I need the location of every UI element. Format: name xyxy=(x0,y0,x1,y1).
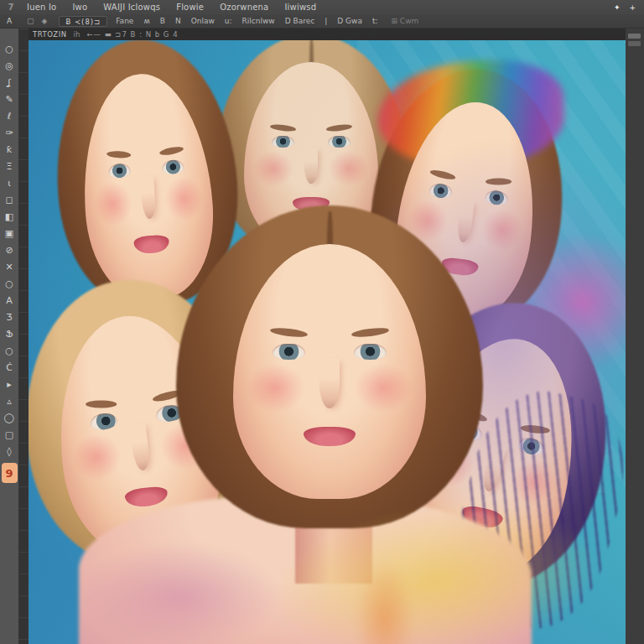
triangle-tool[interactable]: ▵ xyxy=(1,392,18,409)
toolbar-edge-strip xyxy=(18,29,29,644)
options-control-2[interactable]: B xyxy=(160,17,165,25)
curve-pen-tool[interactable]: ℓ xyxy=(1,107,18,124)
options-control-9[interactable]: D Gwa xyxy=(337,17,362,25)
crop-tool[interactable]: ◻ xyxy=(1,191,18,208)
marquee-tool[interactable]: ○ xyxy=(1,40,18,57)
options-control-8[interactable]: | xyxy=(325,17,327,25)
active-tool-icon: A xyxy=(0,17,18,25)
menu-item-4[interactable]: Ozorwnena xyxy=(220,3,268,12)
options-control-5[interactable]: u: xyxy=(225,17,232,25)
marquee-alt-tool[interactable]: ◎ xyxy=(1,57,18,74)
type-tool[interactable]: A xyxy=(1,292,18,309)
canvas[interactable] xyxy=(29,40,626,644)
hook-tool[interactable]: ƙ xyxy=(1,141,18,158)
tool-preset-dropdown[interactable]: Ƀ ≺(8)⊐ xyxy=(59,16,107,27)
options-control-10[interactable]: t: xyxy=(372,17,378,25)
options-controls: FaneʍBNOnlawu:RilcnlwwD Barec|D Gwat: xyxy=(116,17,377,25)
dot-tool[interactable]: ι xyxy=(1,174,18,191)
options-control-6[interactable]: Rilcnlww xyxy=(242,17,275,25)
panel-collapse-handle[interactable] xyxy=(628,41,641,46)
eye-left xyxy=(272,136,294,148)
diamond-tool[interactable]: ◊ xyxy=(1,443,18,460)
hand-tool[interactable]: Ֆ xyxy=(1,325,18,342)
c-dot-tool[interactable]: Ċ xyxy=(1,359,18,376)
pen-tool[interactable]: ✎ xyxy=(1,91,18,107)
options-control-0[interactable]: Fane xyxy=(116,17,133,25)
menu-item-5[interactable]: Iiwiwsd xyxy=(284,3,316,12)
eyebrow-left xyxy=(86,400,117,408)
scrollbar-thumb[interactable] xyxy=(628,34,641,39)
eyebrow-right xyxy=(486,179,512,185)
eye-right xyxy=(354,344,387,361)
marker-tool[interactable]: ✑ xyxy=(1,124,18,141)
tool-palette: ○◎ʆ✎ℓ✑ƙΞι◻◧▣⊘✕○AƷՖ○Ċ▸▵◯▢◊9 xyxy=(0,29,18,644)
options-control-7[interactable]: D Barec xyxy=(285,17,314,25)
tab-modifier: ih xyxy=(74,30,80,39)
stamp-tool[interactable]: ▣ xyxy=(1,225,18,242)
menu-bar: 7 Iuen IoIwoWAIJI IclowqsFlowieOzorwnena… xyxy=(0,0,644,14)
circle-2-tool[interactable]: ○ xyxy=(1,342,18,359)
cut-tool[interactable]: ✕ xyxy=(1,258,18,275)
eye-left xyxy=(273,344,305,361)
document-tab-bar: TRTOZIN ih ←— ▬ ⊐7 B : N b G 4 xyxy=(29,29,626,40)
eye-right xyxy=(328,136,351,148)
nose xyxy=(319,358,340,408)
document-tab[interactable]: TRTOZIN xyxy=(33,30,67,39)
right-panel-strip xyxy=(626,29,644,644)
tab-controls[interactable]: ←— ▬ ⊐7 B : N b G 4 xyxy=(86,30,178,39)
portrait-face-center xyxy=(220,223,439,517)
lines-tool[interactable]: Ξ xyxy=(1,158,18,174)
menu-item-0[interactable]: Iuen Io xyxy=(27,3,56,12)
options-disabled-control: ⊞ Cwm xyxy=(391,17,418,25)
options-nav-icon-1[interactable]: ◈ xyxy=(42,17,48,25)
slash-circle-tool[interactable]: ⊘ xyxy=(1,242,18,258)
brush-cursor-icon[interactable]: ✦ xyxy=(614,3,621,12)
menu-item-3[interactable]: Flowie xyxy=(176,3,204,12)
menubar-right-icons: ✦+ xyxy=(614,3,644,12)
move-crosshair-icon[interactable]: + xyxy=(629,3,636,12)
menu-item-1[interactable]: Iwo xyxy=(72,3,87,12)
square-tool[interactable]: ▢ xyxy=(1,426,18,443)
options-control-4[interactable]: Onlaw xyxy=(191,17,215,25)
options-control-1[interactable]: ʍ xyxy=(143,17,149,25)
menu-item-2[interactable]: WAIJI Iclowqs xyxy=(103,3,160,12)
nose xyxy=(304,147,318,184)
lasso-tool[interactable]: ʆ xyxy=(1,74,18,91)
brush-tool-selected[interactable]: 9 xyxy=(2,463,18,483)
pointer-tool[interactable]: ▸ xyxy=(1,376,18,392)
menu-items: Iuen IoIwoWAIJI IclowqsFlowieOzorwnenaIi… xyxy=(22,3,316,12)
mask-tool[interactable]: ◧ xyxy=(1,208,18,225)
circle-tool[interactable]: ○ xyxy=(1,275,18,292)
shape-3-tool[interactable]: Ʒ xyxy=(1,309,18,325)
options-nav-icon-0[interactable]: ▢ xyxy=(27,17,34,25)
options-control-3[interactable]: N xyxy=(175,17,181,25)
ellipse-tool[interactable]: ◯ xyxy=(1,409,18,426)
app-logo: 7 xyxy=(0,3,22,12)
options-bar: A ▢◈ Ƀ ≺(8)⊐ FaneʍBNOnlawu:RilcnlwwD Bar… xyxy=(0,14,644,29)
options-nav-icons: ▢◈ xyxy=(27,17,47,25)
